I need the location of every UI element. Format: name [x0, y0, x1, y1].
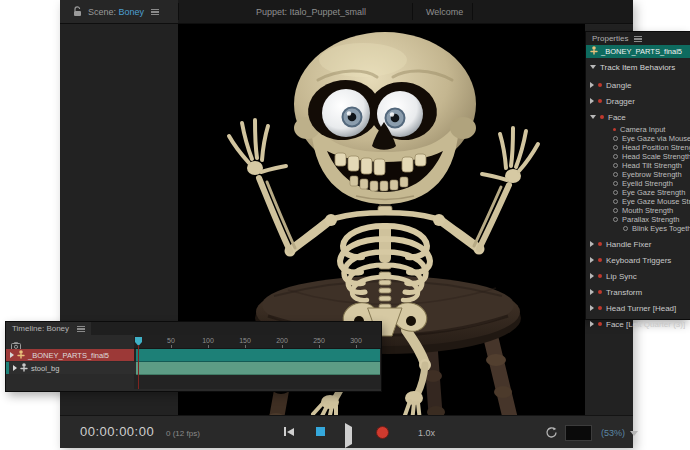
playback-speed[interactable]: 1.0x [418, 428, 435, 438]
ruler-tick: 200 [276, 337, 288, 344]
tab-puppet[interactable]: Puppet: Italo_Puppet_small [256, 7, 366, 17]
skull [294, 32, 476, 204]
record-dot-icon[interactable] [598, 99, 602, 103]
param-eyebrow-strength[interactable]: Eyebrow Strength [586, 170, 690, 179]
record-dot-icon[interactable] [598, 290, 602, 294]
track-bar[interactable] [136, 349, 380, 362]
record-dot-icon[interactable] [598, 83, 602, 87]
param-blink-eyes-together[interactable]: Blink Eyes Together [586, 224, 690, 233]
track-row-stool-bg[interactable]: stool_bg [6, 362, 381, 374]
behavior-dangle[interactable]: Dangle [586, 80, 690, 90]
param-head-position-strength[interactable]: Head Position Strength [586, 143, 690, 152]
record-dot-icon[interactable] [598, 306, 602, 310]
chevron-right-icon[interactable] [13, 365, 17, 371]
ring-icon[interactable] [613, 181, 618, 186]
timeline-ruler[interactable]: 50 100 150 200 250 300 [134, 335, 381, 349]
ring-icon[interactable] [613, 172, 618, 177]
track-label[interactable]: stool_bg [6, 362, 137, 374]
ring-icon[interactable] [613, 136, 618, 141]
chevron-right-icon[interactable] [590, 289, 594, 295]
behavior-transform[interactable]: Transform [586, 287, 690, 297]
section-track-item-behaviors[interactable]: Track Item Behaviors [586, 60, 690, 74]
zoom-level[interactable]: (53%) [601, 428, 625, 438]
panel-menu-icon[interactable] [634, 36, 642, 42]
playhead-line[interactable] [138, 345, 139, 389]
puppet-icon [590, 46, 598, 57]
record-dot-icon[interactable] [600, 115, 604, 119]
behavior-face-left-quarter[interactable]: Face [Left Quarter (3)] [586, 319, 690, 329]
frame-info: 0 (12 fps) [166, 429, 200, 438]
chevron-right-icon[interactable] [590, 273, 594, 279]
record-button[interactable] [376, 426, 389, 439]
chevron-right-icon[interactable] [590, 305, 594, 311]
lock-icon[interactable] [73, 6, 82, 17]
behavior-dragger[interactable]: Dragger [586, 96, 690, 106]
param-eye-gaze-strength[interactable]: Eye Gaze Strength [586, 188, 690, 197]
ring-icon[interactable] [613, 217, 618, 222]
top-tab-bar: Scene: Boney Puppet: Italo_Puppet_small … [60, 0, 633, 24]
chevron-right-icon[interactable] [590, 257, 594, 263]
record-dot-icon[interactable] [598, 258, 602, 262]
ruler-tick: 250 [313, 337, 325, 344]
chevron-down-icon[interactable] [630, 431, 638, 436]
puppet-icon [20, 363, 28, 374]
record-dot-icon[interactable] [598, 274, 602, 278]
param-camera-input[interactable]: Camera Input [586, 125, 690, 134]
ruler-tick: 150 [239, 337, 251, 344]
scene-name: Boney [119, 7, 145, 17]
tab-welcome[interactable]: Welcome [426, 7, 463, 17]
ring-icon[interactable] [613, 208, 618, 213]
ruler-tick: 100 [202, 337, 214, 344]
record-dot-icon[interactable] [598, 322, 602, 326]
ring-icon[interactable] [613, 154, 618, 159]
ring-icon[interactable] [623, 226, 628, 231]
timeline-panel: Timeline: Boney 50 100 150 200 250 300 [5, 321, 382, 392]
color-swatch[interactable] [565, 425, 592, 441]
play-button[interactable] [345, 427, 352, 445]
param-head-scale-strength[interactable]: Head Scale Strength [586, 152, 690, 161]
param-eye-gaze-mouse-strength[interactable]: Eye Gaze Mouse Strength [586, 197, 690, 206]
ring-icon[interactable] [613, 145, 618, 150]
track-row-boney-parts[interactable]: _BONEY_PARTS_final5 [6, 349, 381, 361]
ruler-tick: 50 [167, 337, 175, 344]
param-parallax-strength[interactable]: Parallax Strength [586, 215, 690, 224]
record-dot-icon[interactable] [598, 242, 602, 246]
ring-icon[interactable] [613, 190, 618, 195]
timecode: 00:00:00:00 [80, 424, 154, 439]
properties-title: Properties [592, 34, 628, 43]
param-eyelid-strength[interactable]: Eyelid Strength [586, 179, 690, 188]
behavior-face[interactable]: Face [586, 112, 690, 122]
track-label[interactable]: _BONEY_PARTS_final5 [6, 349, 134, 361]
refresh-icon[interactable] [545, 425, 558, 443]
chevron-right-icon[interactable] [590, 98, 594, 104]
ring-icon[interactable] [613, 163, 618, 168]
chevron-right-icon[interactable] [10, 352, 14, 358]
ring-icon[interactable] [613, 199, 618, 204]
transport-bar: 00:00:00:00 0 (12 fps) 1.0x (53%) [60, 415, 633, 448]
param-eye-gaze-via-mouse-input[interactable]: Eye Gaze via Mouse Input [586, 134, 690, 143]
properties-header[interactable]: Properties [586, 32, 690, 45]
timeline-tabstrip: Timeline: Boney [6, 322, 381, 335]
selected-track-item[interactable]: _BONEY_PARTS_final5 [586, 45, 690, 58]
behavior-handle-fixer[interactable]: Handle Fixer [586, 239, 690, 249]
panel-menu-icon[interactable] [77, 326, 85, 332]
behavior-lip-sync[interactable]: Lip Sync [586, 271, 690, 281]
chevron-right-icon[interactable] [590, 82, 594, 88]
param-mouth-strength[interactable]: Mouth Strength [586, 206, 690, 215]
tab-scene[interactable]: Scene: Boney [60, 0, 178, 23]
chevron-down-icon[interactable] [590, 115, 596, 119]
chevron-right-icon[interactable] [590, 241, 594, 247]
behavior-keyboard-triggers[interactable]: Keyboard Triggers [586, 255, 690, 265]
chevron-down-icon[interactable] [590, 65, 596, 69]
chevron-right-icon[interactable] [590, 321, 594, 327]
tab-timeline[interactable]: Timeline: Boney [6, 322, 91, 335]
skip-to-start-button[interactable] [284, 427, 294, 436]
record-dot-icon[interactable] [613, 128, 616, 131]
stop-button[interactable] [316, 427, 325, 436]
puppet-icon [17, 350, 25, 361]
track-bar[interactable] [136, 362, 380, 375]
param-head-tilt-strength[interactable]: Head Tilt Strength [586, 161, 690, 170]
panel-menu-icon[interactable] [151, 9, 159, 15]
tab-divider [178, 3, 179, 20]
behavior-head-turner[interactable]: Head Turner [Head] [586, 303, 690, 313]
